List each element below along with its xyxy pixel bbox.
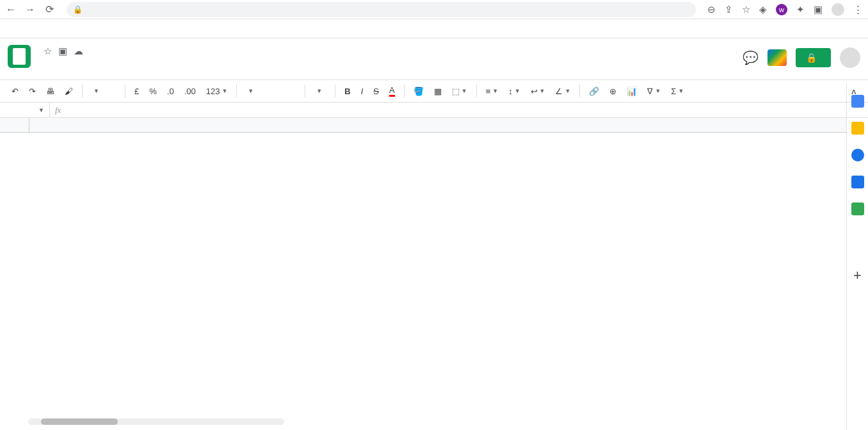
account-avatar[interactable]: [840, 47, 860, 68]
lock-share-icon: 🔒: [806, 53, 817, 63]
currency-button[interactable]: £: [131, 84, 143, 99]
calendar-icon[interactable]: [851, 95, 864, 108]
lock-icon: 🔒: [73, 5, 83, 14]
star-doc-icon[interactable]: ☆: [44, 45, 52, 57]
spreadsheet-grid[interactable]: [0, 118, 846, 415]
wrap-button[interactable]: ↩▼: [527, 84, 549, 99]
name-box[interactable]: ▼: [0, 103, 50, 117]
italic-button[interactable]: I: [357, 84, 367, 99]
horizontal-scrollbar[interactable]: [28, 418, 284, 425]
meet-button[interactable]: [768, 49, 787, 66]
menu-icon[interactable]: ⋮: [853, 4, 863, 15]
star-icon[interactable]: ☆: [742, 4, 750, 15]
comments-icon[interactable]: 💬: [743, 50, 759, 65]
font-select[interactable]: ▼: [242, 85, 300, 97]
merge-button[interactable]: ⬚▼: [448, 84, 471, 99]
chart-button[interactable]: 📊: [623, 84, 641, 99]
back-button[interactable]: ←: [5, 4, 17, 15]
sheets-logo[interactable]: [8, 45, 31, 68]
shield-icon[interactable]: ◈: [759, 4, 767, 15]
zoom-select[interactable]: ▼: [88, 85, 120, 97]
rotate-button[interactable]: ∠▼: [551, 84, 574, 99]
print-button[interactable]: 🖶: [42, 84, 58, 99]
redo-button[interactable]: ↷: [25, 84, 40, 99]
tasks-icon[interactable]: [851, 149, 864, 161]
reload-button[interactable]: ⟳: [44, 4, 55, 15]
bold-button[interactable]: B: [341, 84, 354, 99]
filter-button[interactable]: ∇▼: [643, 84, 664, 99]
maps-icon[interactable]: [851, 203, 864, 215]
font-size-select[interactable]: ▼: [310, 85, 330, 97]
extensions-icon[interactable]: ✦: [796, 4, 805, 15]
sidepanel-icon[interactable]: ▣: [814, 4, 823, 15]
bookmarks-bar: [0, 19, 868, 38]
forward-button[interactable]: →: [24, 4, 36, 15]
share-url-icon[interactable]: ⇪: [725, 4, 733, 15]
cloud-status-icon[interactable]: ☁: [74, 45, 83, 57]
text-color-button[interactable]: A: [385, 83, 399, 99]
contacts-icon[interactable]: [851, 176, 864, 188]
more-formats-button[interactable]: 123▼: [202, 84, 232, 99]
browser-toolbar: ← → ⟳ 🔒 ⊖ ⇪ ☆ ◈ w ✦ ▣ ⋮: [0, 0, 868, 19]
comment-button[interactable]: ⊕: [606, 84, 620, 99]
formula-bar: ▼ fx: [0, 103, 868, 118]
functions-button[interactable]: Σ▼: [667, 84, 687, 99]
dec-decrease-button[interactable]: .0: [163, 84, 178, 99]
doc-header: ☆ ▣ ☁ 💬 🔒: [0, 38, 868, 79]
paint-format-button[interactable]: 🖌: [61, 84, 77, 99]
percent-button[interactable]: %: [145, 84, 161, 99]
undo-button[interactable]: ↶: [8, 84, 22, 99]
side-panel: +: [846, 83, 868, 430]
keep-icon[interactable]: [851, 122, 864, 135]
fill-color-button[interactable]: 🪣: [410, 84, 428, 99]
menubar: [37, 60, 736, 76]
extension-icon[interactable]: w: [776, 4, 787, 15]
move-doc-icon[interactable]: ▣: [58, 45, 67, 57]
share-button[interactable]: 🔒: [796, 48, 831, 67]
fx-icon: fx: [50, 105, 66, 115]
add-addon-icon[interactable]: +: [851, 269, 864, 282]
select-all-corner[interactable]: [0, 118, 29, 132]
format-toolbar: ↶ ↷ 🖶 🖌 ▼ £ % .0 .00 123▼ ▼ ▼ B I S A 🪣 …: [0, 79, 868, 103]
h-align-button[interactable]: ≡▼: [482, 84, 502, 99]
v-align-button[interactable]: ↕▼: [504, 84, 524, 99]
link-button[interactable]: 🔗: [585, 84, 603, 99]
dec-increase-button[interactable]: .00: [181, 84, 200, 99]
borders-button[interactable]: ▦: [430, 84, 446, 99]
strike-button[interactable]: S: [369, 84, 383, 99]
zoom-icon[interactable]: ⊖: [707, 4, 716, 15]
address-bar[interactable]: 🔒: [67, 2, 696, 17]
profile-avatar[interactable]: [832, 3, 844, 16]
